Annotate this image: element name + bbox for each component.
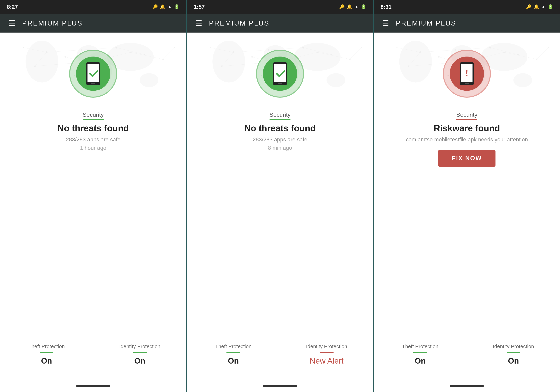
bottom-card-2: Identity Protection New Alert bbox=[280, 327, 373, 382]
card-underline-1 bbox=[413, 352, 427, 353]
status-bar: 8:27 🔑 🔔 ▲ 🔋 bbox=[0, 0, 186, 14]
sub-status-text: com.amtso.mobiletestfile.apk needs your … bbox=[406, 136, 528, 143]
key-icon: 🔑 bbox=[152, 4, 158, 10]
card-label-2: Identity Protection bbox=[493, 344, 534, 349]
bottom-section: Theft Protection On Identity Protection … bbox=[0, 327, 186, 382]
card-underline-1 bbox=[227, 352, 240, 353]
sub-status-text: 283/283 apps are safe bbox=[253, 136, 307, 143]
status-bar: 8:31 🔑 🔔 ▲ 🔋 bbox=[374, 0, 560, 14]
svg-line-62 bbox=[350, 48, 361, 59]
svg-point-4 bbox=[140, 73, 159, 87]
status-time: 1:57 bbox=[194, 4, 205, 10]
main-status-text: No threats found bbox=[58, 123, 129, 133]
main-content: .dot{fill:#999;opacity:0.5;} .line{strok… bbox=[0, 33, 186, 327]
app-title: PREMIUM PLUS bbox=[396, 19, 456, 27]
status-circle-inner: ! bbox=[450, 57, 484, 91]
hero-icon-area bbox=[256, 50, 304, 98]
main-status-text: No threats found bbox=[244, 123, 316, 133]
bottom-card-1: Theft Protection On bbox=[0, 327, 93, 382]
card-label-2: Identity Protection bbox=[119, 344, 160, 349]
svg-point-3 bbox=[26, 41, 58, 82]
bottom-card-2: Identity Protection On bbox=[93, 327, 187, 382]
status-icons: 🔑 🔔 ▲ 🔋 bbox=[339, 4, 366, 10]
svg-rect-98 bbox=[465, 83, 469, 84]
wifi-icon: ▲ bbox=[541, 4, 546, 10]
card-underline-2 bbox=[507, 352, 520, 353]
time-ago-text: 1 hour ago bbox=[80, 145, 106, 151]
card-underline-1 bbox=[40, 352, 53, 353]
main-content: .dot{fill:#999;opacity:0.5;} .line{strok… bbox=[374, 33, 560, 327]
main-content: .dot{fill:#999;opacity:0.5;} .line{strok… bbox=[187, 33, 373, 327]
status-time: 8:27 bbox=[7, 4, 18, 10]
svg-rect-32 bbox=[91, 83, 95, 84]
menu-icon[interactable]: ☰ bbox=[195, 19, 202, 28]
home-indicator-area bbox=[0, 382, 186, 392]
card-label-1: Theft Protection bbox=[402, 344, 438, 349]
svg-point-69 bbox=[399, 41, 432, 82]
card-underline-2 bbox=[133, 352, 147, 353]
menu-icon[interactable]: ☰ bbox=[9, 19, 15, 28]
status-info-area: Security No threats found 283/283 apps a… bbox=[51, 111, 136, 327]
svg-rect-31 bbox=[88, 64, 99, 82]
card-value-1: On bbox=[41, 356, 52, 365]
bottom-section: Theft Protection On Identity Protection … bbox=[187, 327, 373, 382]
battery-icon: 🔋 bbox=[548, 4, 553, 10]
status-icons: 🔑 🔔 ▲ 🔋 bbox=[526, 4, 553, 10]
home-indicator bbox=[76, 385, 110, 387]
card-label-1: Theft Protection bbox=[215, 344, 251, 349]
volume-icon: 🔔 bbox=[160, 4, 165, 10]
hero-icon-area bbox=[69, 50, 117, 98]
app-title: PREMIUM PLUS bbox=[209, 19, 270, 27]
svg-line-29 bbox=[163, 48, 175, 59]
phone-icon-container: ! bbox=[457, 62, 476, 86]
key-icon: 🔑 bbox=[339, 4, 345, 10]
svg-point-11 bbox=[130, 52, 131, 53]
volume-icon: 🔔 bbox=[347, 4, 352, 10]
top-bar: ☰ PREMIUM PLUS bbox=[0, 14, 186, 33]
home-indicator bbox=[450, 385, 484, 387]
wifi-icon: ▲ bbox=[354, 4, 359, 10]
menu-icon[interactable]: ☰ bbox=[382, 19, 389, 28]
svg-point-54 bbox=[251, 56, 253, 57]
battery-icon: 🔋 bbox=[361, 4, 366, 10]
volume-icon: 🔔 bbox=[534, 4, 539, 10]
card-value-1: On bbox=[415, 356, 426, 365]
svg-point-21 bbox=[64, 56, 66, 57]
bottom-section: Theft Protection On Identity Protection … bbox=[374, 327, 560, 382]
phone-icon-container bbox=[84, 62, 103, 86]
card-label-2: Identity Protection bbox=[306, 344, 347, 349]
card-value-1: On bbox=[228, 356, 239, 365]
svg-point-37 bbox=[327, 73, 345, 87]
svg-line-95 bbox=[537, 48, 548, 59]
status-circle-outer: ! bbox=[443, 50, 491, 98]
fix-now-button[interactable]: FIX NOW bbox=[438, 150, 496, 167]
key-icon: 🔑 bbox=[526, 4, 531, 10]
main-status-text: Riskware found bbox=[434, 123, 500, 133]
status-circle-inner bbox=[263, 57, 297, 91]
svg-rect-64 bbox=[274, 64, 286, 82]
phone-screen-1: 8:27 🔑 🔔 ▲ 🔋 ☰ PREMIUM PLUS .dot{fill:#9… bbox=[0, 0, 187, 392]
security-label: Security bbox=[270, 111, 291, 120]
card-label-1: Theft Protection bbox=[28, 344, 65, 349]
time-ago-text: 8 min ago bbox=[268, 145, 292, 151]
status-circle-inner bbox=[76, 57, 110, 91]
svg-text:!: ! bbox=[465, 68, 468, 78]
status-circle-outer bbox=[256, 50, 304, 98]
security-label: Security bbox=[456, 111, 478, 120]
bottom-card-1: Theft Protection On bbox=[374, 327, 467, 382]
phone-icon-container bbox=[270, 62, 290, 86]
status-icons: 🔑 🔔 ▲ 🔋 bbox=[152, 4, 180, 10]
status-info-area: Security Riskware found com.amtso.mobile… bbox=[399, 111, 535, 327]
battery-icon: 🔋 bbox=[174, 4, 180, 10]
app-title: PREMIUM PLUS bbox=[22, 19, 83, 27]
card-value-2: New Alert bbox=[310, 356, 343, 365]
status-time: 8:31 bbox=[380, 4, 391, 10]
home-indicator bbox=[263, 385, 297, 387]
security-label: Security bbox=[83, 111, 104, 120]
svg-point-70 bbox=[513, 73, 532, 87]
status-bar: 1:57 🔑 🔔 ▲ 🔋 bbox=[187, 0, 373, 14]
status-circle-outer bbox=[69, 50, 117, 98]
sub-status-text: 283/283 apps are safe bbox=[66, 136, 120, 143]
bottom-card-2: Identity Protection On bbox=[467, 327, 560, 382]
hero-icon-area: ! bbox=[443, 50, 491, 98]
